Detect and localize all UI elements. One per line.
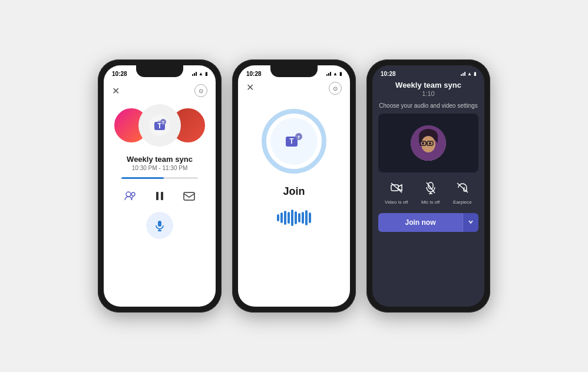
status-icons-2: ▲ ▮ xyxy=(326,71,342,77)
mic-off-control[interactable]: Mic is off xyxy=(421,178,440,205)
phone-1-screen: 10:28 ▲ ▮ ✕ ⊙ xyxy=(104,65,216,307)
p1-meeting-title: Weekly team sync xyxy=(127,155,193,164)
signal-3 xyxy=(461,71,465,76)
chevron-down-icon xyxy=(468,219,474,225)
earpiece-label: Earpiece xyxy=(453,200,472,205)
wave-bar-6 xyxy=(298,213,300,222)
battery-icon-2: ▮ xyxy=(339,71,342,77)
signal-1 xyxy=(192,71,197,76)
p1-content: ✕ ⊙  T T xyxy=(104,79,216,307)
avatar-center:  T T xyxy=(138,104,181,147)
notch-2 xyxy=(270,65,318,77)
mic-button[interactable] xyxy=(146,212,173,239)
p3-controls: Video is off M xyxy=(378,178,478,205)
p3-duration: 1:10 xyxy=(422,90,434,97)
p1-top-bar: ✕ ⊙ xyxy=(104,82,216,99)
status-icons-1: ▲ ▮ xyxy=(192,71,207,77)
join-label: Join xyxy=(283,185,305,198)
wifi-icon-3: ▲ xyxy=(467,71,472,77)
avatar-face xyxy=(411,125,446,161)
p2-top-bar: ✕ ⊙ xyxy=(238,79,350,97)
svg-point-7 xyxy=(131,192,135,196)
wave-bar-4 xyxy=(291,210,293,226)
teams-icon-2: T T xyxy=(281,128,307,154)
status-icons-3: ▲ ▮ xyxy=(461,71,476,77)
signal-2 xyxy=(326,71,331,76)
wave-bar-8 xyxy=(305,210,308,225)
mic-icon-1 xyxy=(154,220,166,231)
phone-1: 10:28 ▲ ▮ ✕ ⊙ xyxy=(98,59,222,313)
p3-meeting-title: Weekly team sync xyxy=(395,81,461,89)
svg-rect-9 xyxy=(161,192,163,200)
chat-button[interactable] xyxy=(179,186,199,206)
cast-icon-1[interactable]: ⊙ xyxy=(194,84,207,97)
time-2: 10:28 xyxy=(246,71,262,77)
svg-point-24 xyxy=(422,142,424,145)
p1-avatars:  T T xyxy=(113,102,207,149)
audio-wave xyxy=(277,210,311,226)
video-off-control[interactable]: Video is off xyxy=(385,178,408,205)
p2-ring-inner: T T xyxy=(270,118,318,165)
wave-bar-2 xyxy=(284,211,286,225)
svg-rect-8 xyxy=(156,192,158,200)
teams-icon-1:  T T xyxy=(148,114,171,137)
user-avatar xyxy=(411,125,446,161)
p2-ring: T T xyxy=(262,109,326,174)
svg-point-25 xyxy=(429,142,431,145)
svg-text:T: T xyxy=(298,135,300,140)
battery-icon-3: ▮ xyxy=(474,71,476,77)
phone-2-screen: 10:28 ▲ ▮ ✕ ⊙ xyxy=(238,65,350,307)
wave-bar-0 xyxy=(277,214,279,221)
close-icon-1[interactable]: ✕ xyxy=(112,85,120,97)
p3-video-area xyxy=(378,114,478,172)
p1-progress-fill xyxy=(121,177,164,179)
notch-3 xyxy=(405,65,452,77)
p1-meeting-time: 10:30 PM - 11:30 PM xyxy=(132,165,188,171)
svg-rect-10 xyxy=(184,192,194,200)
svg-rect-11 xyxy=(158,221,161,227)
video-off-label: Video is off xyxy=(385,200,408,205)
p3-join-row: Join now xyxy=(378,213,478,232)
wave-bar-9 xyxy=(309,212,311,223)
phone-2: 10:28 ▲ ▮ ✕ ⊙ xyxy=(232,59,356,313)
time-1: 10:28 xyxy=(112,71,127,77)
notch-1 xyxy=(136,65,183,77)
video-off-icon xyxy=(387,178,406,197)
close-icon-2[interactable]: ✕ xyxy=(246,82,254,95)
wifi-icon-2: ▲ xyxy=(333,71,338,77)
wave-bar-3 xyxy=(288,212,290,224)
p1-progress-bar xyxy=(121,177,198,179)
svg-text:T: T xyxy=(162,121,165,125)
pause-icon xyxy=(153,190,166,202)
join-options-button[interactable] xyxy=(463,213,478,232)
wave-bar-5 xyxy=(295,211,297,224)
earpiece-control[interactable]: Earpiece xyxy=(453,178,472,205)
wifi-icon-1: ▲ xyxy=(199,71,203,77)
mail-icon xyxy=(183,190,196,202)
participants-button[interactable] xyxy=(120,186,140,206)
p2-content: ✕ ⊙ T T Join xyxy=(238,79,350,307)
p1-actions xyxy=(104,186,216,206)
mic-off-icon xyxy=(421,178,440,197)
wave-bar-7 xyxy=(302,212,304,224)
participants-icon xyxy=(124,190,137,202)
mic-off-label: Mic is off xyxy=(421,200,440,205)
earpiece-icon xyxy=(453,178,472,197)
p3-instruction: Choose your audio and video settings xyxy=(379,102,477,110)
p3-content: Weekly team sync 1:10 Choose your audio … xyxy=(372,79,484,307)
svg-point-6 xyxy=(126,192,131,197)
phones-container: 10:28 ▲ ▮ ✕ ⊙ xyxy=(98,59,490,313)
svg-text:T: T xyxy=(289,137,294,145)
time-3: 10:28 xyxy=(381,71,396,77)
battery-icon-1: ▮ xyxy=(205,71,207,77)
cast-icon-2[interactable]: ⊙ xyxy=(329,82,342,95)
phone-3: 10:28 ▲ ▮ Weekly team sync 1:10 Choose y… xyxy=(366,59,490,313)
pause-button[interactable] xyxy=(150,186,170,206)
wave-bar-1 xyxy=(280,212,283,223)
phone-3-screen: 10:28 ▲ ▮ Weekly team sync 1:10 Choose y… xyxy=(372,65,484,307)
join-now-button[interactable]: Join now xyxy=(378,213,463,232)
